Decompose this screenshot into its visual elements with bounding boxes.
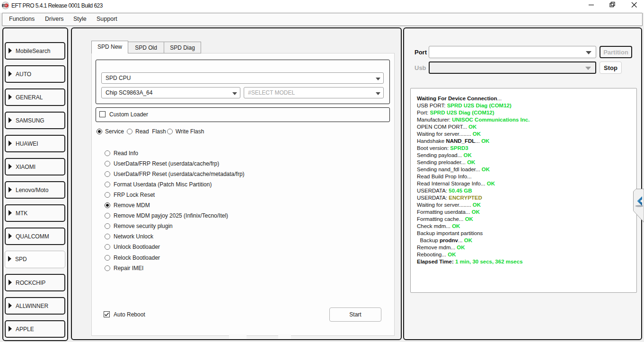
- svg-text:EFT: EFT: [3, 5, 8, 7]
